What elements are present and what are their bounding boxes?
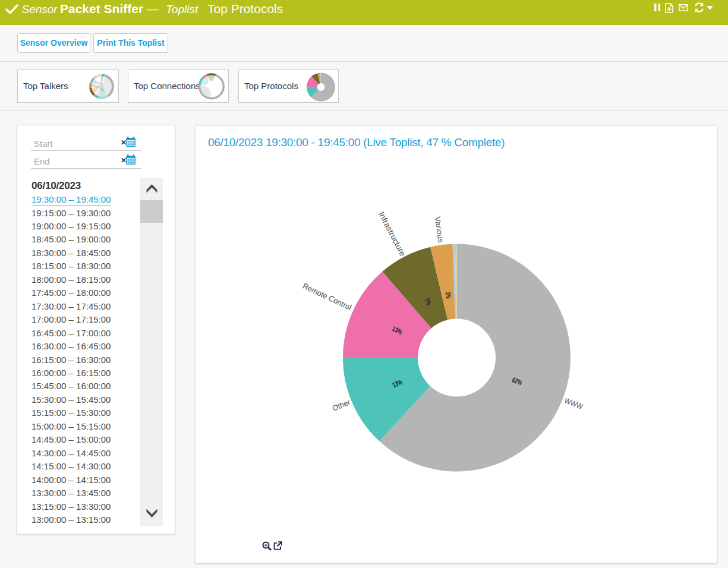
svg-text:Infrastructure: Infrastructure: [377, 210, 407, 258]
svg-text:Various: Various: [433, 216, 446, 244]
svg-text:Other: Other: [331, 397, 352, 413]
svg-text:3%: 3%: [444, 292, 453, 299]
svg-text:Remote Control: Remote Control: [301, 282, 353, 312]
svg-text:WWW: WWW: [563, 396, 585, 411]
